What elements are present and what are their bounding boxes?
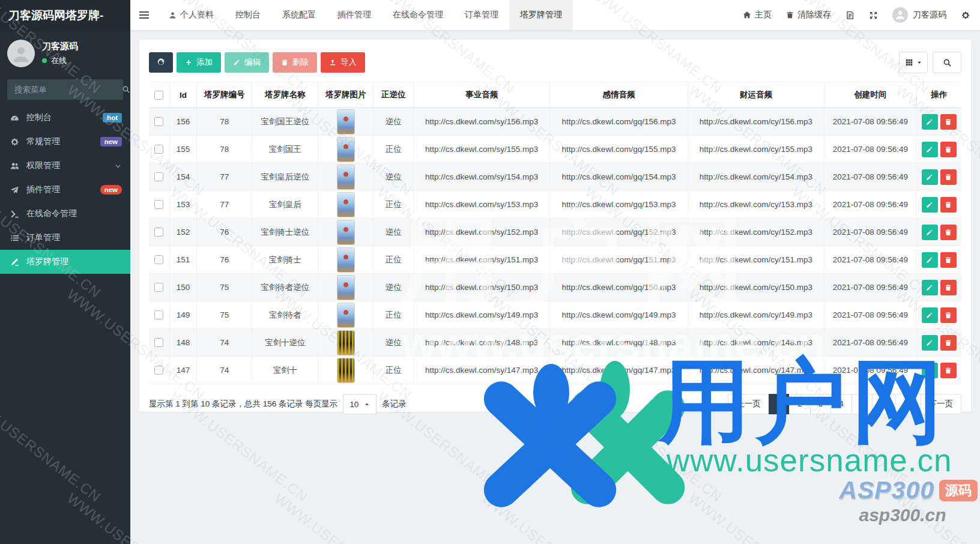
col-header-created-time[interactable]: 创建时间 bbox=[824, 82, 917, 108]
row-checkbox[interactable] bbox=[154, 145, 163, 154]
cell-position: 正位 bbox=[374, 191, 414, 219]
tarot-card-thumbnail bbox=[337, 138, 354, 162]
row-checkbox[interactable] bbox=[154, 255, 163, 264]
tab-在线命令管理[interactable]: 在线命令管理 bbox=[382, 0, 454, 30]
row-edit-button[interactable] bbox=[922, 197, 938, 213]
cell-love-audio: http://cs.dkewl.com/gq/149.mp3 bbox=[550, 301, 688, 329]
sidebar-item-插件管理[interactable]: 插件管理new bbox=[0, 178, 130, 202]
tab-控制台[interactable]: 控制台 bbox=[225, 0, 271, 30]
tab-个人资料[interactable]: 个人资料 bbox=[158, 0, 225, 30]
row-checkbox[interactable] bbox=[154, 283, 163, 292]
page-button-1[interactable]: 1 bbox=[769, 394, 790, 414]
cell-position: 逆位 bbox=[374, 163, 414, 191]
refresh-button[interactable] bbox=[149, 52, 173, 73]
row-edit-button[interactable] bbox=[922, 335, 938, 351]
cell-created-time: 2021-07-08 09:56:49 bbox=[824, 219, 917, 246]
row-delete-button[interactable] bbox=[940, 114, 957, 130]
tab-插件管理[interactable]: 插件管理 bbox=[327, 0, 382, 30]
row-delete-button[interactable] bbox=[940, 197, 957, 213]
row-delete-button[interactable] bbox=[940, 142, 957, 157]
import-button[interactable]: 导入 bbox=[321, 52, 365, 73]
table-search-button[interactable] bbox=[933, 52, 961, 73]
user-menu[interactable]: 刀客源码 bbox=[892, 7, 946, 23]
table-row: 14774宝剑十正位http://cs.dkewl.com/sy/147.mp3… bbox=[149, 357, 961, 384]
pencil-icon bbox=[926, 118, 933, 125]
page-size-dropdown[interactable]: 10 bbox=[343, 394, 377, 414]
cell-card-no: 77 bbox=[197, 191, 252, 219]
sidebar-item-控制台[interactable]: 控制台hot bbox=[0, 106, 130, 130]
row-delete-button[interactable] bbox=[940, 307, 957, 323]
col-header-card-image[interactable]: 塔罗牌图片 bbox=[318, 82, 374, 108]
row-delete-button[interactable] bbox=[940, 363, 957, 378]
col-header-position[interactable]: 正逆位 bbox=[374, 82, 414, 108]
row-delete-button[interactable] bbox=[940, 335, 957, 351]
row-edit-button[interactable] bbox=[922, 363, 938, 378]
table-row: 15678宝剑国王逆位逆位http://cs.dkewl.com/sy/156.… bbox=[149, 108, 961, 136]
page-button-5[interactable]: 5 bbox=[851, 394, 873, 414]
row-edit-button[interactable] bbox=[922, 252, 938, 268]
add-button[interactable]: 添加 bbox=[177, 52, 221, 73]
row-checkbox[interactable] bbox=[154, 200, 163, 209]
fullscreen-icon[interactable] bbox=[869, 11, 878, 20]
row-checkbox[interactable] bbox=[154, 338, 163, 347]
cell-wealth-audio: http://cs.dkewl.com/cy/153.mp3 bbox=[688, 191, 824, 219]
hamburger-menu-icon[interactable] bbox=[130, 0, 158, 30]
asp300-tag: 源码 bbox=[939, 480, 978, 501]
row-edit-button[interactable] bbox=[922, 280, 938, 295]
clear-cache-link[interactable]: 清除缓存 bbox=[786, 10, 831, 20]
row-checkbox[interactable] bbox=[154, 117, 163, 126]
sidebar-item-权限管理[interactable]: 权限管理 bbox=[0, 154, 130, 178]
row-checkbox[interactable] bbox=[154, 172, 163, 181]
page-button-3[interactable]: 3 bbox=[810, 394, 832, 414]
sidebar-item-塔罗牌管理[interactable]: 塔罗牌管理 bbox=[0, 250, 130, 274]
delete-button[interactable]: 删除 bbox=[273, 52, 317, 73]
cell-card-no: 78 bbox=[197, 108, 252, 136]
col-header-card-no[interactable]: 塔罗牌编号 bbox=[197, 82, 252, 108]
row-checkbox[interactable] bbox=[154, 310, 163, 319]
badge-new: new bbox=[100, 185, 122, 195]
pencil-icon bbox=[926, 367, 933, 374]
row-checkbox[interactable] bbox=[154, 366, 163, 375]
avatar bbox=[7, 40, 35, 67]
users-icon bbox=[10, 162, 19, 171]
language-icon[interactable] bbox=[845, 11, 854, 20]
page-button-上一页[interactable]: 上一页 bbox=[728, 394, 769, 414]
sidebar-item-在线命令管理[interactable]: 在线命令管理 bbox=[0, 202, 130, 226]
settings-gears-icon[interactable] bbox=[961, 11, 970, 20]
tarot-card-thumbnail bbox=[337, 358, 354, 382]
page-button-2[interactable]: 2 bbox=[789, 394, 811, 414]
col-header-career-audio[interactable]: 事业音频 bbox=[414, 82, 550, 108]
col-header-wealth-audio[interactable]: 财运音频 bbox=[688, 82, 824, 108]
row-edit-button[interactable] bbox=[922, 114, 938, 130]
row-edit-button[interactable] bbox=[922, 225, 938, 240]
search-icon[interactable] bbox=[122, 85, 130, 94]
page-button-4[interactable]: 4 bbox=[830, 394, 852, 414]
col-header-id[interactable]: Id bbox=[169, 82, 196, 108]
tab-塔罗牌管理[interactable]: 塔罗牌管理 bbox=[509, 0, 573, 30]
select-all-checkbox[interactable] bbox=[154, 91, 163, 100]
row-checkbox[interactable] bbox=[154, 228, 163, 237]
col-header-card-name[interactable]: 塔罗牌名称 bbox=[252, 82, 318, 108]
table-row: 14874宝剑十逆位逆位http://cs.dkewl.com/sy/148.m… bbox=[149, 329, 961, 357]
home-link[interactable]: 主页 bbox=[743, 10, 772, 20]
row-delete-button[interactable] bbox=[940, 169, 957, 185]
tab-系统配置[interactable]: 系统配置 bbox=[271, 0, 327, 30]
row-delete-button[interactable] bbox=[940, 225, 957, 240]
row-edit-button[interactable] bbox=[922, 307, 938, 323]
page-button-16[interactable]: 16 bbox=[895, 394, 921, 414]
sidebar-item-订单管理[interactable]: 订单管理 bbox=[0, 226, 130, 250]
tab-订单管理[interactable]: 订单管理 bbox=[454, 0, 509, 30]
sidebar-search-input[interactable] bbox=[13, 85, 122, 95]
page-button-...[interactable]: ... bbox=[872, 394, 895, 414]
col-header-love-audio[interactable]: 感情音频 bbox=[550, 82, 688, 108]
row-edit-button[interactable] bbox=[922, 142, 938, 157]
columns-dropdown-button[interactable] bbox=[899, 52, 928, 73]
row-delete-button[interactable] bbox=[940, 252, 957, 268]
sidebar-item-常规管理[interactable]: 常规管理new bbox=[0, 130, 130, 154]
cell-position: 正位 bbox=[374, 246, 414, 274]
row-delete-button[interactable] bbox=[940, 280, 957, 295]
cell-id: 156 bbox=[169, 108, 196, 136]
row-edit-button[interactable] bbox=[922, 169, 938, 185]
edit-button[interactable]: 编辑 bbox=[225, 52, 269, 73]
page-button-下一页[interactable]: 下一页 bbox=[921, 394, 962, 414]
